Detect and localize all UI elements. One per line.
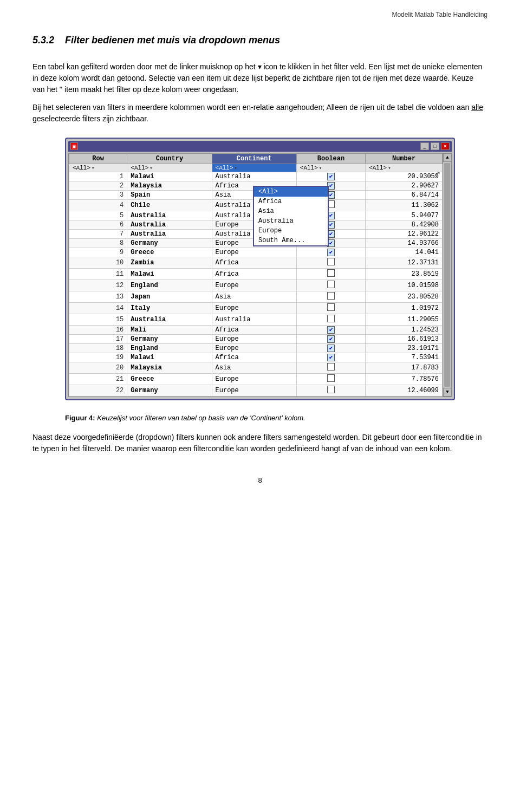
vertical-scrollbar[interactable]: ▲ ▼ [443,153,451,397]
window-icon: ▣ [70,142,78,150]
filter-number[interactable]: <All>▾ [366,164,443,172]
scroll-down-button[interactable]: ▼ [443,388,452,397]
row-num: 5 [69,211,127,220]
checkbox-unchecked [327,258,335,265]
continent: Africa [212,269,296,280]
checkbox-unchecked [327,303,335,311]
bool: ✔ [296,353,365,362]
dropdown-item-south-america[interactable]: South Ame... [254,236,328,245]
table-row: 13 Japan Asia 23.80528 [69,291,443,303]
country: Australia [127,220,212,230]
table-row: 19 Malawi Africa ✔ 7.53941 [69,353,443,362]
col-header-row: Row [69,154,127,164]
country: Chile [127,200,212,211]
country: Greece [127,374,212,385]
table-area: ↗ Row Country Continent Boolean Number <… [68,153,452,397]
figure-caption-text: Keuzelijst voor filteren van tabel op ba… [97,414,305,422]
window-controls[interactable]: _ □ ✕ [420,142,450,150]
country: Malawi [127,353,212,362]
paragraph-3: Naast deze voorgedefiniëerde (dropdown) … [32,432,487,454]
number: 12.37131 [366,257,443,269]
checkbox-unchecked [327,269,335,277]
continent: Africa [212,257,296,269]
dropdown-item-europe[interactable]: Europe [254,226,328,236]
checkbox-unchecked [327,374,335,382]
dropdown-item-australia[interactable]: Australia [254,216,328,226]
country: Japan [127,291,212,303]
number: 11.3062 [366,200,443,211]
dropdown-item-all[interactable]: <All> [254,187,328,197]
section-number: 5.3.2 [32,35,54,46]
number: 11.29055 [366,314,443,326]
continent: Europe [212,303,296,314]
continent: Australia [212,172,296,181]
continent: Asia [212,362,296,374]
bool: ✔ [296,248,365,257]
table-row: 21 Greece Europe 7.78576 [69,374,443,385]
filter-country[interactable]: <All>▾ [127,164,212,172]
filter-boolean[interactable]: <All>▾ [296,164,365,172]
bool: ✔ [296,326,365,335]
bool [296,280,365,291]
number: 6.84714 [366,191,443,200]
figure-caption: Figuur 4: Keuzelijst voor filteren van t… [65,413,455,423]
continent: Europe [212,344,296,353]
row-num: 20 [69,362,127,374]
col-header-number: Number [366,154,443,164]
row-num: 2 [69,181,127,191]
country: Malaysia [127,362,212,374]
continent: Europe [212,385,296,397]
checkbox-checked: ✔ [327,249,335,256]
checkbox-checked: ✔ [327,345,335,352]
continent-dropdown[interactable]: <All> Africa Asia Australia Europe South… [253,186,329,246]
table-row: 9 Greece Europe ✔ 14.041 [69,248,443,257]
bool: ✔ [296,172,365,181]
col-header-country: Country [127,154,212,164]
bool [296,385,365,397]
close-button[interactable]: ✕ [441,142,450,150]
filter-continent[interactable]: <All>▾ [212,164,296,172]
country: Malawi [127,269,212,280]
row-num: 6 [69,220,127,230]
dropdown-item-asia[interactable]: Asia [254,206,328,216]
row-num: 15 [69,314,127,326]
row-num: 21 [69,374,127,385]
row-num: 9 [69,248,127,257]
number: 23.10171 [366,344,443,353]
checkbox-unchecked [327,292,335,300]
number: 1.24523 [366,326,443,335]
dropdown-item-africa[interactable]: Africa [254,197,328,206]
row-num: 19 [69,353,127,362]
bool [296,374,365,385]
table-row: 16 Mali Africa ✔ 1.24523 [69,326,443,335]
row-num: 4 [69,200,127,211]
scroll-up-button[interactable]: ▲ [443,153,452,162]
checkbox-unchecked [327,386,335,393]
figure-label: Figuur 4: [65,414,95,422]
checkbox-checked: ✔ [327,335,335,343]
country: Australia [127,230,212,239]
number: 7.78576 [366,374,443,385]
country: Germany [127,385,212,397]
number: 16.61913 [366,335,443,344]
maximize-button[interactable]: □ [431,142,439,150]
continent: Asia [212,291,296,303]
number: 8.42908 [366,220,443,230]
filter-row[interactable]: <All>▾ [69,164,127,172]
number: 17.8783 [366,362,443,374]
country: Australia [127,211,212,220]
country: Germany [127,239,212,248]
filter-row[interactable]: <All>▾ <All>▾ <All>▾ <All>▾ <All>▾ [69,164,443,172]
scroll-thumb[interactable] [444,163,450,387]
resize-icon: ↗ [434,167,440,179]
minimize-button[interactable]: _ [420,142,429,150]
number: 10.01598 [366,280,443,291]
table-row: 15 Australia Australia 11.29055 [69,314,443,326]
row-num: 12 [69,280,127,291]
table-row: 11 Malawi Africa 23.8519 [69,269,443,280]
country: Australia [127,314,212,326]
row-num: 3 [69,191,127,200]
checkbox-checked: ✔ [327,173,335,180]
table-header-row: Row Country Continent Boolean Number [69,154,443,164]
table-row: 18 England Europe ✔ 23.10171 [69,344,443,353]
